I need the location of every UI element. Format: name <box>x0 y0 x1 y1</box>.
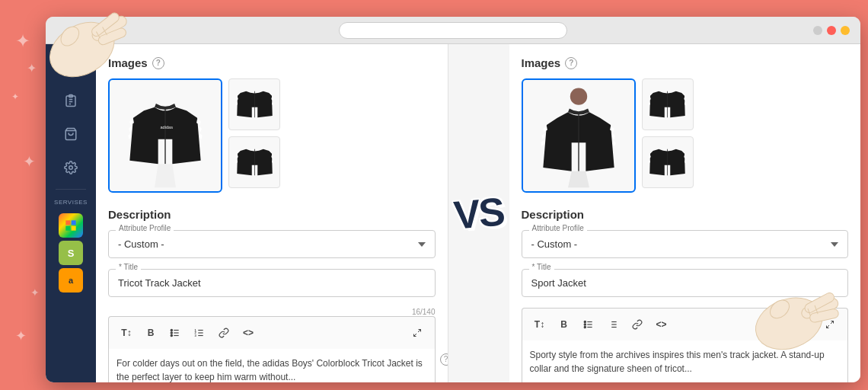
vs-text: VS <box>452 188 505 238</box>
left-attribute-profile-select[interactable]: - Custom - <box>108 230 436 258</box>
svg-text:adidas: adidas <box>160 125 173 129</box>
right-thumb-1[interactable] <box>642 78 694 130</box>
svg-point-23 <box>69 166 73 170</box>
left-attribute-profile-label: Attribute Profile <box>116 224 174 232</box>
star-6: ✦ <box>30 286 40 299</box>
svg-point-54 <box>584 324 586 325</box>
svg-point-53 <box>584 321 586 322</box>
service-shopify[interactable]: S <box>59 241 83 265</box>
left-images-help[interactable]: ? <box>152 57 164 69</box>
right-attribute-profile-select[interactable]: - Custom - <box>522 230 849 258</box>
right-title-label: * Title <box>529 263 554 271</box>
right-toolbar-bold[interactable]: B <box>554 315 574 334</box>
right-panel: Images ? <box>509 44 861 382</box>
left-images-grid: adidas <box>108 78 436 193</box>
star-3: ✦ <box>11 91 19 102</box>
left-images-title: Images ? <box>108 56 436 69</box>
left-editor-help[interactable]: ? <box>440 353 448 366</box>
left-toolbar-code[interactable]: <> <box>238 323 258 343</box>
right-toolbar-expand[interactable] <box>820 315 840 334</box>
svg-point-35 <box>171 329 172 331</box>
right-images-help[interactable]: ? <box>565 57 577 69</box>
browser-window: SERVISES S a Images <box>46 17 860 382</box>
left-toolbar-bold[interactable]: B <box>141 323 161 343</box>
left-description: Description Attribute Profile - Custom -… <box>108 208 436 382</box>
service-multicolor[interactable] <box>59 213 83 238</box>
address-bar <box>339 22 567 39</box>
svg-point-55 <box>584 326 586 328</box>
svg-text:3: 3 <box>195 334 197 337</box>
left-panel: Images ? <box>96 44 448 382</box>
svg-rect-25 <box>72 220 76 225</box>
right-description: Description Attribute Profile - Custom -… <box>522 208 849 382</box>
svg-rect-24 <box>65 220 70 225</box>
left-toolbar-ol[interactable]: 1 2 3 <box>190 323 209 343</box>
star-1: ✦ <box>15 30 30 52</box>
right-toolbar-ol[interactable] <box>603 315 623 334</box>
left-title-input[interactable] <box>108 269 436 297</box>
dot-red <box>827 26 836 35</box>
right-attribute-profile-label: Attribute Profile <box>529 224 587 232</box>
right-description-title: Description <box>522 208 849 221</box>
svg-line-59 <box>831 321 834 324</box>
svg-line-60 <box>827 325 830 328</box>
right-toolbar-ul[interactable] <box>579 315 598 334</box>
left-toolbar-ul[interactable] <box>165 323 185 343</box>
right-editor-container: T↕ B <box>522 308 849 382</box>
main-layout: SERVISES S a Images <box>46 44 860 382</box>
right-title-group: * Title <box>522 269 849 297</box>
sidebar-icon-cart[interactable] <box>56 119 86 149</box>
left-editor-toolbar: T↕ B 1 <box>108 316 436 349</box>
star-5: ✦ <box>15 328 27 344</box>
sidebar-icon-box[interactable] <box>56 52 86 82</box>
right-main-image[interactable] <box>522 78 636 193</box>
right-thumb-2[interactable] <box>642 136 694 188</box>
left-thumb-2[interactable] <box>228 136 280 188</box>
sidebar-label: SERVISES <box>54 199 88 206</box>
sidebar-divider <box>56 189 86 190</box>
right-toolbar-text[interactable]: T↕ <box>530 315 550 334</box>
left-thumb-1[interactable] <box>228 78 280 130</box>
left-main-image[interactable]: adidas <box>108 78 222 193</box>
svg-point-36 <box>171 332 172 334</box>
star-2: ✦ <box>27 61 37 75</box>
svg-line-44 <box>418 330 421 333</box>
left-char-count: 16/140 <box>108 308 436 316</box>
left-attribute-profile-group: Attribute Profile - Custom - <box>108 230 436 258</box>
svg-point-37 <box>171 334 172 336</box>
left-title-group: * Title <box>108 269 436 297</box>
sidebar: SERVISES S a <box>46 44 96 382</box>
right-images-title: Images ? <box>522 56 849 69</box>
left-editor-container: T↕ B 1 <box>108 316 436 382</box>
right-toolbar-code[interactable]: <> <box>652 315 672 334</box>
dot-gray <box>813 26 822 35</box>
right-images-grid <box>522 78 849 193</box>
left-description-title: Description <box>108 208 436 221</box>
vs-divider: VS <box>448 44 509 382</box>
svg-rect-26 <box>65 226 70 231</box>
svg-rect-27 <box>72 226 76 231</box>
left-thumb-images <box>228 78 280 193</box>
right-thumb-images <box>642 78 694 193</box>
dot-yellow <box>841 26 850 35</box>
right-attribute-profile-group: Attribute Profile - Custom - <box>522 230 849 258</box>
left-toolbar-expand[interactable] <box>407 323 427 343</box>
sidebar-icon-clipboard[interactable] <box>56 85 86 116</box>
left-toolbar-text[interactable]: T↕ <box>116 323 136 343</box>
sidebar-icon-gear[interactable] <box>56 152 86 183</box>
right-title-input[interactable] <box>522 269 849 297</box>
svg-point-46 <box>570 88 586 104</box>
left-title-label: * Title <box>116 263 141 271</box>
right-editor-body[interactable]: Sporty style from the archives inspires … <box>522 340 849 382</box>
svg-line-45 <box>413 334 416 337</box>
right-editor-toolbar: T↕ B <box>522 308 849 340</box>
left-toolbar-link[interactable] <box>214 323 234 343</box>
browser-dots <box>813 26 850 35</box>
content-area: Images ? <box>96 44 860 382</box>
right-toolbar-link[interactable] <box>627 315 647 334</box>
star-4: ✦ <box>23 152 36 171</box>
svg-rect-14 <box>65 62 76 72</box>
service-amazon[interactable]: a <box>59 268 83 292</box>
left-editor-body[interactable]: For colder days out on the field, the ad… <box>108 349 436 382</box>
browser-chrome <box>46 17 860 44</box>
